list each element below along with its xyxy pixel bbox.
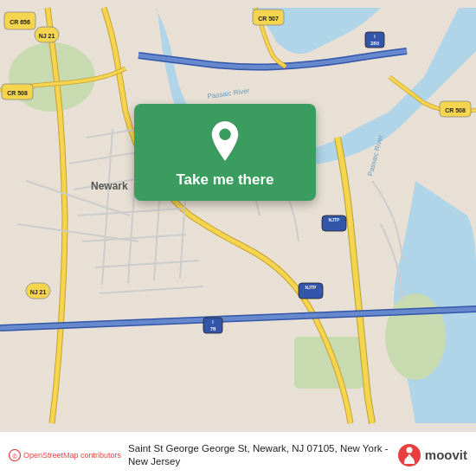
svg-text:CR 656: CR 656 [10,19,30,25]
svg-text:©: © [12,453,17,459]
svg-text:NJTP: NJTP [329,217,340,222]
svg-text:CR 508: CR 508 [7,90,28,96]
location-pin-icon [206,119,244,163]
svg-text:280: 280 [370,41,380,46]
address-text: Saint St George George St, Newark, NJ 07… [128,442,390,468]
osm-icon: © [9,449,21,461]
moovit-logo: moovit [397,443,467,467]
svg-point-33 [406,447,412,453]
svg-text:78: 78 [210,326,216,331]
svg-text:CR 507: CR 507 [258,16,279,22]
moovit-brand-icon [397,443,421,467]
map-container: CR 656 NJ 21 CR 508 CR 507 I 280 CR 508 … [0,0,476,431]
svg-text:NJTP: NJTP [306,285,317,290]
moovit-text: moovit [425,447,467,462]
svg-text:Newark: Newark [91,180,128,192]
take-me-button-label: Take me there [176,171,273,189]
take-me-card[interactable]: Take me there [134,104,316,201]
osm-credit-area: © OpenStreetMap contributors [9,449,121,461]
svg-point-2 [385,293,446,380]
bottom-bar: © OpenStreetMap contributors Saint St Ge… [0,431,476,476]
svg-text:NJ 21: NJ 21 [39,33,55,39]
osm-logo: © OpenStreetMap contributors [9,449,121,461]
svg-text:CR 508: CR 508 [445,107,466,113]
osm-text: OpenStreetMap contributors [23,451,121,460]
svg-point-29 [219,129,230,140]
svg-text:NJ 21: NJ 21 [30,289,47,295]
app: CR 656 NJ 21 CR 508 CR 507 I 280 CR 508 … [0,0,476,476]
